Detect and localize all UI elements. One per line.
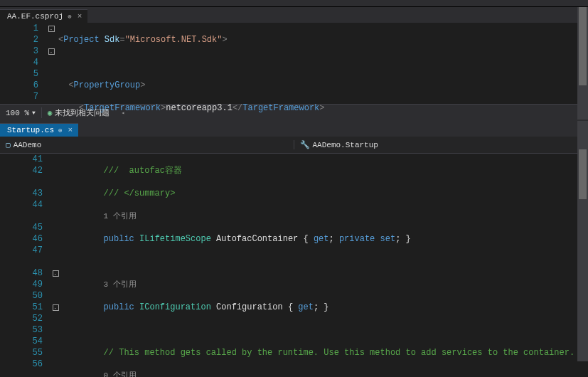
vertical-scrollbar[interactable] xyxy=(577,121,588,361)
zoom-dropdown[interactable]: 100 % ▼ xyxy=(0,109,41,117)
codelens-references[interactable]: 0 个引用 xyxy=(104,371,137,377)
tab-label: AA.EF.csproj xyxy=(7,12,63,21)
line-number-gutter: 41 42 43 44 45 46 47 48 49 50 51 52 53 5… xyxy=(4,154,48,361)
fold-toggle[interactable]: - xyxy=(48,48,55,55)
code-area-csproj[interactable]: 1 2 3 4 5 6 7 - - <Project Sdk="Microsof… xyxy=(0,23,588,104)
fold-toggle[interactable]: - xyxy=(53,304,59,311)
class-icon: 🔧 xyxy=(300,140,310,149)
code-area-startup[interactable]: 41 42 43 44 45 46 47 48 49 50 51 52 53 5… xyxy=(0,154,588,361)
issues-indicator[interactable]: ◉ 未找到相关问题 xyxy=(41,107,116,118)
pin-icon[interactable]: ⊕ xyxy=(58,127,62,134)
editor-pane-startup: Startup.cs ⊕ × ▢ AADemo 🔧 AADemo.Startup… xyxy=(0,121,588,361)
check-circle-icon: ◉ xyxy=(48,108,53,117)
tab-startup[interactable]: Startup.cs ⊕ × xyxy=(0,123,78,137)
code-lines-csproj: <Project Sdk="Microsoft.NET.Sdk"> <Prope… xyxy=(58,23,588,104)
class-name: AADemo.Startup xyxy=(313,141,378,149)
tab-bar-startup: Startup.cs ⊕ × xyxy=(0,121,588,137)
tab-csproj[interactable]: AA.EF.csproj ⊕ × xyxy=(0,9,87,23)
fold-toggle[interactable]: - xyxy=(48,26,55,32)
issues-text: 未找到相关问题 xyxy=(55,107,109,118)
class-dropdown[interactable]: 🔧 AADemo.Startup xyxy=(294,140,589,149)
line-number-gutter: 1 2 3 4 5 6 7 xyxy=(0,23,44,104)
close-icon[interactable]: × xyxy=(66,126,74,134)
code-lines-startup: /// autofac容器 /// </summary> 1 个引用 publi… xyxy=(63,154,588,361)
pin-icon[interactable]: ⊕ xyxy=(68,13,71,21)
zoom-value: 100 % xyxy=(6,109,29,117)
fold-toggle[interactable]: - xyxy=(53,270,59,277)
fold-column: - - xyxy=(44,23,58,104)
menu-bar-strip xyxy=(0,0,588,7)
vertical-scrollbar[interactable] xyxy=(577,7,588,120)
project-name: AADemo xyxy=(14,141,42,149)
csharp-project-icon: ▢ xyxy=(6,140,11,149)
tab-bar-csproj: AA.EF.csproj ⊕ × xyxy=(0,7,588,23)
fold-column: - - xyxy=(48,154,63,361)
editor-pane-csproj: AA.EF.csproj ⊕ × 1 2 3 4 5 6 7 - - <Proj… xyxy=(0,7,588,120)
tab-label: Startup.cs xyxy=(7,126,54,134)
navigation-bar: ▢ AADemo 🔧 AADemo.Startup xyxy=(0,137,588,154)
chevron-down-icon: ▼ xyxy=(32,110,36,116)
codelens-references[interactable]: 1 个引用 xyxy=(104,212,137,221)
codelens-references[interactable]: 3 个引用 xyxy=(104,280,137,289)
nav-left-icon[interactable]: ◂ xyxy=(115,110,130,116)
project-dropdown[interactable]: ▢ AADemo xyxy=(0,140,294,149)
close-icon[interactable]: × xyxy=(76,12,84,21)
